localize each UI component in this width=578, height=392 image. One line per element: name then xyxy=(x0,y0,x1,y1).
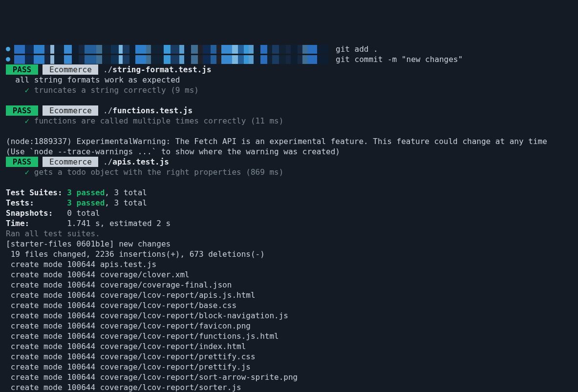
warning-line: (node:1889337) ExperimentalWarning: The … xyxy=(6,136,572,146)
path-prefix: ./ xyxy=(103,106,112,115)
blank-line xyxy=(6,177,572,187)
commit-file-line: create mode 100644 coverage/lcov-report/… xyxy=(6,300,572,310)
commit-file-line: create mode 100644 coverage/lcov-report/… xyxy=(6,321,572,331)
blank-line xyxy=(6,126,572,136)
summary-line: Time: 1.741 s, estimated 2 s xyxy=(6,218,572,228)
test-it-text: gets a todo object with the right proper… xyxy=(34,167,284,177)
summary-rest: , 3 total xyxy=(105,188,147,197)
commit-stats: 19 files changed, 2236 insertions(+), 67… xyxy=(6,249,572,259)
warning-line: (Use `node --trace-warnings ...` to show… xyxy=(6,146,572,157)
summary-label: Snapshots: xyxy=(6,208,53,218)
test-suite-header: PASS Ecommerce ./string-format.test.js xyxy=(6,64,572,75)
commit-file-line: create mode 100644 coverage/lcov-report/… xyxy=(6,351,572,362)
summary-passed: 3 passed xyxy=(67,198,105,207)
blank-line xyxy=(6,95,572,105)
test-it-line: ✓ truncates a string correctly (9 ms) xyxy=(6,85,572,95)
check-icon: ✓ xyxy=(25,85,30,95)
prompt-pixelbar xyxy=(14,55,329,64)
summary-rest: , 3 total xyxy=(105,198,147,207)
commit-file-line: create mode 100644 coverage/lcov-report/… xyxy=(6,290,572,300)
prompt-line[interactable]: git add . xyxy=(6,44,572,54)
summary-label: Time: xyxy=(6,219,29,228)
commit-file-line: create mode 100644 coverage/lcov-report/… xyxy=(6,372,572,382)
summary-passed: 3 passed xyxy=(67,188,105,197)
pass-badge: PASS xyxy=(6,157,38,167)
command-text: git commit -m "new changes" xyxy=(336,54,463,64)
project-badge: Ecommerce xyxy=(43,105,98,116)
commit-file-line: create mode 100644 coverage/coverage-fin… xyxy=(6,280,572,290)
prompt-line[interactable]: git commit -m "new changes" xyxy=(6,54,572,64)
summary-line: Snapshots: 0 total xyxy=(6,208,572,218)
test-it-text: truncates a string correctly (9 ms) xyxy=(34,85,199,95)
test-suite-header: PASS Ecommerce ./apis.test.js xyxy=(6,157,572,167)
project-badge: Ecommerce xyxy=(43,64,98,75)
commit-header: [starter-files 0601b1e] new changes xyxy=(6,239,572,249)
path-prefix: ./ xyxy=(103,157,112,166)
prompt-bullet-icon xyxy=(6,47,10,51)
pass-badge: PASS xyxy=(6,105,38,116)
ran-all-line: Ran all test suites. xyxy=(6,228,572,239)
commit-file-line: create mode 100644 apis.test.js xyxy=(6,259,572,269)
summary-line: Tests: 3 passed, 3 total xyxy=(6,198,572,208)
prompt-pixelbar xyxy=(14,45,329,54)
command-text: git add . xyxy=(336,44,378,54)
test-file: string-format.test.js xyxy=(112,65,211,74)
test-it-line: ✓ functions are called multiple times co… xyxy=(6,116,572,126)
test-it-line: ✓ gets a todo object with the right prop… xyxy=(6,167,572,177)
summary-line: Test Suites: 3 passed, 3 total xyxy=(6,187,572,198)
summary-rest: 0 total xyxy=(67,208,100,218)
test-file: apis.test.js xyxy=(112,157,169,166)
summary-label: Test Suites: xyxy=(6,188,63,197)
test-suite-header: PASS Ecommerce ./functions.test.js xyxy=(6,105,572,116)
prompt-bullet-icon xyxy=(6,57,10,62)
terminal-output[interactable]: git add .git commit -m "new changes" PAS… xyxy=(6,44,572,392)
commit-file-line: create mode 100644 coverage/lcov-report/… xyxy=(6,341,572,351)
pass-badge: PASS xyxy=(6,64,38,75)
describe-line: all string formats work as expected xyxy=(6,75,572,85)
summary-label: Tests: xyxy=(6,198,34,207)
commit-file-line: create mode 100644 coverage/lcov-report/… xyxy=(6,362,572,372)
test-file: functions.test.js xyxy=(112,106,193,115)
commit-file-line: create mode 100644 coverage/lcov-report/… xyxy=(6,331,572,341)
summary-rest: 1.741 s, estimated 2 s xyxy=(67,219,171,228)
check-icon: ✓ xyxy=(25,116,30,125)
commit-file-line: create mode 100644 coverage/clover.xml xyxy=(6,269,572,280)
project-badge: Ecommerce xyxy=(43,157,98,167)
path-prefix: ./ xyxy=(103,65,112,74)
commit-file-line: create mode 100644 coverage/lcov-report/… xyxy=(6,310,572,321)
test-it-text: functions are called multiple times corr… xyxy=(34,116,284,125)
check-icon: ✓ xyxy=(25,167,30,177)
commit-file-line: create mode 100644 coverage/lcov-report/… xyxy=(6,382,572,392)
